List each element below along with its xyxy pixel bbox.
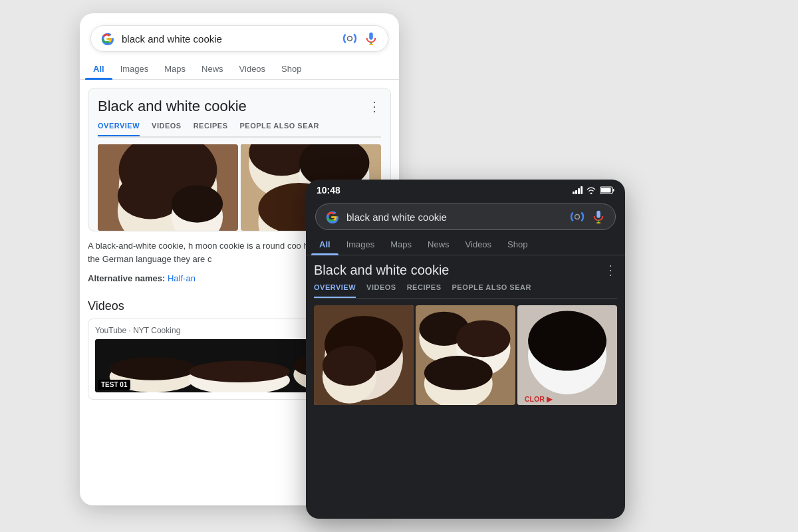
mic-icon-light[interactable] bbox=[364, 31, 378, 46]
kp-header-light: Black and white cookie ⋮ bbox=[98, 98, 381, 115]
signal-bar-3 bbox=[578, 188, 580, 194]
kp-menu-dots-dark[interactable]: ⋮ bbox=[604, 262, 617, 278]
status-icons-dark bbox=[573, 186, 614, 194]
kp-subtab-videos-light[interactable]: VIDEOS bbox=[152, 122, 182, 136]
svg-point-21 bbox=[110, 357, 196, 380]
video-badge-light: TEST 01 bbox=[98, 380, 130, 390]
kp-subtabs-dark: OVERVIEW VIDEOS RECIPES PEOPLE ALSO SEAR bbox=[314, 283, 617, 299]
svg-text:CLOR ▶: CLOR ▶ bbox=[525, 395, 553, 403]
light-search-input[interactable]: black and white cookie bbox=[122, 33, 336, 45]
mic-icon-dark[interactable] bbox=[591, 209, 606, 224]
wifi-icon bbox=[586, 186, 597, 194]
svg-point-48 bbox=[528, 311, 606, 371]
kp-title-light: Black and white cookie bbox=[98, 98, 247, 115]
kp-subtabs-light: OVERVIEW VIDEOS RECIPES PEOPLE ALSO SEAR bbox=[98, 122, 381, 138]
tab-maps-light[interactable]: Maps bbox=[156, 59, 194, 79]
kp-subtab-recipes-dark[interactable]: RECIPES bbox=[407, 283, 442, 298]
dark-tabs: All Images Maps News Videos Shop bbox=[306, 234, 625, 255]
svg-point-45 bbox=[424, 356, 493, 390]
dark-cookie-image-2[interactable] bbox=[416, 305, 515, 405]
light-search-bar[interactable]: black and white cookie bbox=[90, 25, 388, 52]
svg-point-0 bbox=[344, 33, 356, 45]
google-logo-light bbox=[100, 31, 115, 46]
signal-bar-1 bbox=[573, 192, 575, 194]
tab-videos-dark[interactable]: Videos bbox=[458, 234, 500, 255]
kp-subtab-people-dark[interactable]: PEOPLE ALSO SEAR bbox=[452, 283, 531, 298]
lens-icon-dark[interactable] bbox=[570, 209, 585, 224]
svg-point-30 bbox=[575, 215, 580, 219]
kp-subtab-videos-dark[interactable]: VIDEOS bbox=[366, 283, 396, 298]
svg-point-1 bbox=[348, 37, 352, 41]
tab-news-dark[interactable]: News bbox=[420, 234, 458, 255]
kp-subtab-recipes-light[interactable]: RECIPES bbox=[194, 122, 228, 136]
tab-news-light[interactable]: News bbox=[194, 59, 231, 79]
tab-shop-dark[interactable]: Shop bbox=[499, 234, 535, 255]
svg-rect-27 bbox=[601, 188, 611, 193]
svg-point-29 bbox=[571, 211, 583, 223]
battery-icon bbox=[600, 186, 614, 194]
tab-images-light[interactable]: Images bbox=[112, 59, 157, 79]
tab-images-dark[interactable]: Images bbox=[338, 234, 383, 255]
knowledge-panel-dark: Black and white cookie ⋮ OVERVIEW VIDEOS… bbox=[314, 262, 617, 405]
lens-icon-light[interactable] bbox=[342, 31, 357, 46]
cookie-image-1-light[interactable] bbox=[98, 144, 238, 231]
google-logo-dark bbox=[325, 209, 340, 224]
kp-menu-dots-light[interactable]: ⋮ bbox=[368, 98, 381, 114]
status-time-dark: 10:48 bbox=[317, 185, 340, 196]
kp-subtab-people-light[interactable]: PEOPLE ALSO SEAR bbox=[239, 122, 319, 136]
kp-images-dark: CLOR ▶ bbox=[314, 305, 617, 405]
dark-search-input[interactable]: black and white cookie bbox=[346, 211, 563, 223]
kp-subtab-overview-dark[interactable]: OVERVIEW bbox=[314, 283, 356, 298]
tab-shop-light[interactable]: Shop bbox=[273, 59, 309, 79]
tab-maps-dark[interactable]: Maps bbox=[382, 234, 420, 255]
svg-rect-31 bbox=[597, 211, 600, 218]
kp-subtab-overview-light[interactable]: OVERVIEW bbox=[98, 122, 140, 136]
tab-all-light[interactable]: All bbox=[85, 59, 112, 79]
signal-bars-icon bbox=[573, 186, 583, 194]
signal-bar-4 bbox=[581, 186, 583, 194]
svg-point-43 bbox=[456, 321, 510, 358]
dark-cookie-image-3[interactable]: CLOR ▶ bbox=[517, 305, 617, 405]
svg-point-11 bbox=[172, 185, 223, 222]
svg-point-23 bbox=[189, 360, 290, 382]
svg-point-38 bbox=[323, 346, 376, 386]
svg-rect-28 bbox=[613, 189, 614, 192]
dark-search-bar[interactable]: black and white cookie bbox=[315, 203, 616, 230]
signal-bar-2 bbox=[575, 190, 577, 194]
svg-rect-2 bbox=[369, 33, 373, 40]
kp-title-dark: Black and white cookie bbox=[314, 263, 449, 278]
light-tabs: All Images Maps News Videos Shop bbox=[80, 59, 399, 80]
kp-header-dark: Black and white cookie ⋮ bbox=[314, 262, 617, 278]
status-bar-dark: 10:48 bbox=[306, 180, 625, 200]
tab-all-dark[interactable]: All bbox=[311, 234, 338, 255]
tab-videos-light[interactable]: Videos bbox=[231, 59, 274, 79]
kp-alt-names-link-light[interactable]: Half-an bbox=[168, 273, 196, 283]
phone-dark: 10:48 bbox=[306, 180, 625, 519]
dark-cookie-image-1[interactable] bbox=[314, 305, 414, 405]
